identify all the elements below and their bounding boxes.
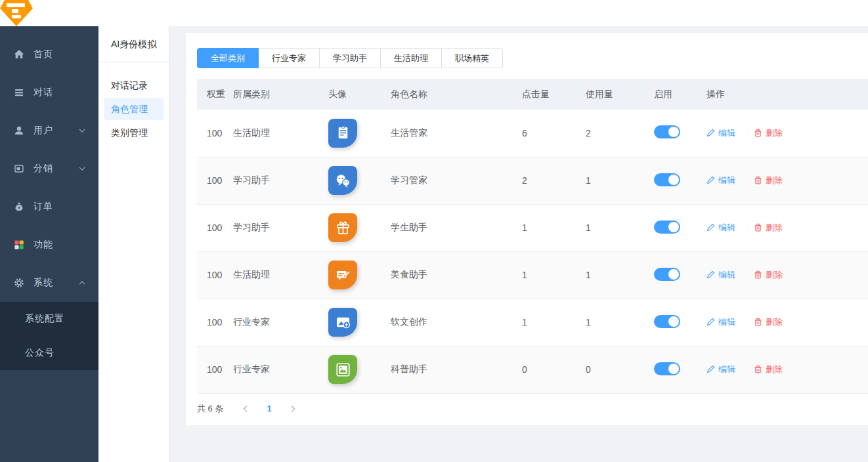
actions-cell: 编辑删除 <box>706 346 868 393</box>
avatar-cell <box>328 204 391 251</box>
sidebar-item-home[interactable]: 首页 <box>0 35 98 74</box>
panel-title: AI身份模拟 <box>98 26 169 62</box>
clicks-cell: 0 <box>522 346 586 393</box>
category-cell: 学习助手 <box>233 157 328 204</box>
sidebar-item-label: 分销 <box>33 163 53 175</box>
sidebar-subitem-system-config[interactable]: 系统配置 <box>0 302 98 336</box>
role-name-cell: 软文创作 <box>391 299 522 346</box>
panel-item-category-management[interactable]: 类别管理 <box>104 121 163 144</box>
pagination-prev-button[interactable] <box>242 405 250 413</box>
clicks-cell: 2 <box>522 157 586 204</box>
clicks-cell: 1 <box>522 204 586 251</box>
enable-toggle[interactable] <box>654 173 680 186</box>
edit-button[interactable]: 编辑 <box>706 316 735 328</box>
edit-pencil-icon <box>706 318 715 326</box>
enable-toggle[interactable] <box>654 220 680 234</box>
delete-button[interactable]: 删除 <box>754 127 783 139</box>
table-row: 100生活助理生活管家62编辑删除 <box>197 110 868 157</box>
pagination: 共 6 条 1 <box>197 403 868 415</box>
tab-industry[interactable]: 行业专家 <box>258 48 320 68</box>
chevron-up-icon <box>79 281 85 285</box>
sidebar-item-users[interactable]: 用户 <box>0 112 98 150</box>
delete-button[interactable]: 删除 <box>754 269 783 281</box>
panel-item-dialog-records[interactable]: 对话记录 <box>104 74 163 96</box>
column-header: 权重 <box>197 79 233 110</box>
edit-button[interactable]: 编辑 <box>706 222 735 234</box>
delete-label: 删除 <box>766 127 783 139</box>
enable-toggle[interactable] <box>654 268 680 281</box>
table-row: 100学习助手学生助手11编辑删除 <box>197 204 868 251</box>
panel-item-role-management[interactable]: 角色管理 <box>104 98 163 120</box>
tab-study[interactable]: 学习助手 <box>319 48 381 68</box>
edit-button[interactable]: 编辑 <box>706 269 735 281</box>
sidebar-item-dialog[interactable]: 对话 <box>0 74 98 112</box>
sidebar-item-label: 订单 <box>33 201 53 213</box>
photo-icon <box>334 361 352 379</box>
distribution-icon <box>13 163 25 175</box>
edit-pencil-icon <box>706 270 715 279</box>
image-upload-icon <box>334 314 352 331</box>
edit-label: 编辑 <box>718 175 735 186</box>
role-name-cell: 美食助手 <box>391 251 522 299</box>
sidebar-item-label: 对话 <box>33 87 53 98</box>
wechat-icon <box>334 172 352 190</box>
role-avatar <box>328 119 357 148</box>
sidebar-item-orders[interactable]: 订单 <box>0 188 98 226</box>
delete-button[interactable]: 删除 <box>754 316 783 328</box>
table-row: 100学习助手学习管家21编辑删除 <box>197 157 868 204</box>
chevron-right-icon <box>289 405 297 413</box>
sidebar-item-distribution[interactable]: 分销 <box>0 150 98 188</box>
enable-toggle[interactable] <box>654 125 680 138</box>
sidebar-menu: 首页对话用户分销订单功能系统系统配置公众号 <box>0 35 98 370</box>
weight-cell: 100 <box>197 204 233 251</box>
avatar-cell <box>328 346 391 393</box>
trash-icon <box>754 318 762 326</box>
list-icon <box>13 87 25 98</box>
message-edit-icon <box>334 266 352 284</box>
sidebar-item-label: 用户 <box>33 125 53 136</box>
edit-label: 编辑 <box>718 269 735 281</box>
trash-icon <box>754 129 762 137</box>
toggle-knob <box>668 127 679 137</box>
toggle-knob <box>668 175 679 185</box>
delete-button[interactable]: 删除 <box>754 364 783 375</box>
user-icon <box>13 125 25 136</box>
table-header-row: 权重所属类别头像角色名称点击量使用量启用操作 <box>197 79 868 110</box>
tab-all[interactable]: 全部类别 <box>197 48 259 68</box>
toggle-knob <box>668 222 679 232</box>
edit-label: 编辑 <box>718 316 735 328</box>
sidebar-item-features[interactable]: 功能 <box>0 226 98 264</box>
role-avatar <box>328 355 357 384</box>
weight-cell: 100 <box>197 346 233 393</box>
delete-label: 删除 <box>766 269 783 281</box>
category-cell: 生活助理 <box>233 110 328 157</box>
weight-cell: 100 <box>197 299 233 346</box>
main-content: 全部类别行业专家学习助手生活助理职场精英 权重所属类别头像角色名称点击量使用量启… <box>169 26 868 462</box>
tab-workplace[interactable]: 职场精英 <box>441 48 503 68</box>
panel-menu: 对话记录角色管理类别管理 <box>98 62 169 144</box>
delete-label: 删除 <box>766 364 783 375</box>
enable-toggle[interactable] <box>654 362 680 375</box>
sidebar-subitem-public-account[interactable]: 公众号 <box>0 336 98 370</box>
sidebar-item-system[interactable]: 系统 <box>0 264 98 302</box>
avatar-cell <box>328 251 391 299</box>
avatar-cell <box>328 299 391 346</box>
avatar-cell <box>328 110 391 157</box>
pagination-current-page[interactable]: 1 <box>267 404 271 413</box>
delete-button[interactable]: 删除 <box>754 175 783 186</box>
actions-cell: 编辑删除 <box>706 157 868 204</box>
tab-life[interactable]: 生活助理 <box>380 48 442 68</box>
delete-button[interactable]: 删除 <box>754 222 783 234</box>
gift-icon <box>334 219 352 237</box>
enable-toggle[interactable] <box>654 315 680 328</box>
edit-button[interactable]: 编辑 <box>706 127 735 139</box>
column-header: 使用量 <box>586 79 654 110</box>
edit-button[interactable]: 编辑 <box>706 364 735 375</box>
chevron-down-icon <box>79 129 85 133</box>
uses-cell: 1 <box>586 251 654 299</box>
table-body: 100生活助理生活管家62编辑删除100学习助手学习管家21编辑删除100学习助… <box>197 110 868 393</box>
pagination-next-button[interactable] <box>289 405 297 413</box>
actions-cell: 编辑删除 <box>706 299 868 346</box>
edit-button[interactable]: 编辑 <box>706 175 735 186</box>
table-row: 100行业专家软文创作11编辑删除 <box>197 299 868 346</box>
